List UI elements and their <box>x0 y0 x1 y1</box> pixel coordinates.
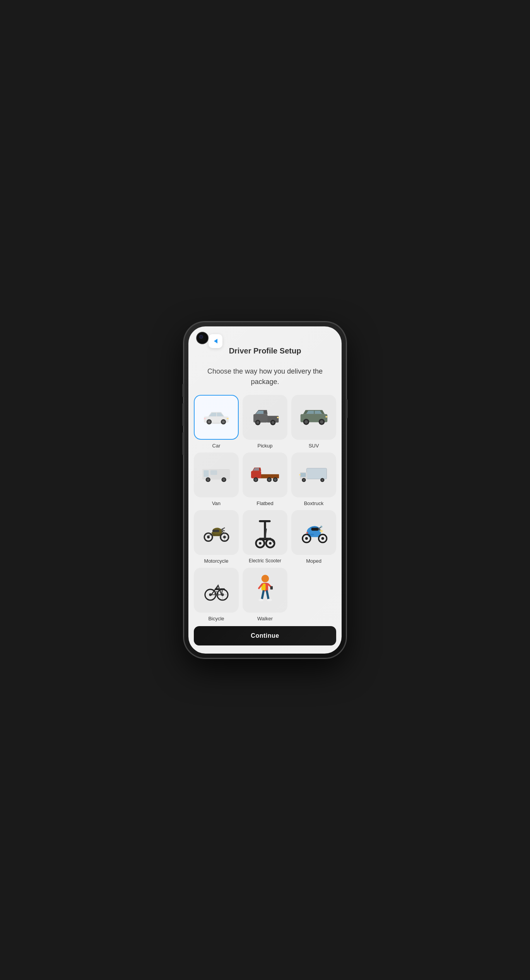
electric-scooter-icon <box>248 516 282 550</box>
van-icon <box>200 458 233 492</box>
svg-point-60 <box>259 542 262 545</box>
continue-button[interactable]: Continue <box>194 626 336 645</box>
bicycle-icon <box>200 574 233 607</box>
back-arrow-icon <box>214 339 217 343</box>
moped-icon <box>297 516 331 550</box>
svg-point-42 <box>303 479 304 481</box>
vehicle-label-boxtruck: Boxtruck <box>304 500 324 506</box>
svg-rect-47 <box>212 529 219 532</box>
vehicle-card-electric-scooter[interactable] <box>243 510 287 555</box>
vehicle-label-moped: Moped <box>306 558 321 564</box>
vehicle-label-walker: Walker <box>257 616 273 621</box>
svg-rect-24 <box>210 470 217 475</box>
vehicle-card-bicycle[interactable] <box>194 568 239 613</box>
svg-point-68 <box>320 529 323 532</box>
motorcycle-icon <box>200 516 233 550</box>
vehicle-card-motorcycle[interactable] <box>194 510 239 555</box>
svg-rect-40 <box>300 473 306 476</box>
svg-point-32 <box>254 478 257 481</box>
vehicle-grid-row1: Car <box>188 395 342 449</box>
svg-point-51 <box>207 536 210 538</box>
flatbed-icon <box>248 458 282 492</box>
vehicle-item-electric-scooter[interactable]: Electric Scooter <box>243 510 287 564</box>
vehicle-card-flatbed[interactable] <box>243 452 287 497</box>
svg-rect-8 <box>204 418 206 419</box>
content-scroll[interactable]: Driver Profile Setup Choose the way how … <box>188 326 342 654</box>
vehicle-item-bicycle[interactable]: Bicycle <box>194 568 239 621</box>
svg-point-26 <box>207 478 209 481</box>
phone-frame: Driver Profile Setup Choose the way how … <box>184 322 346 658</box>
vehicle-label-motorcycle: Motorcycle <box>204 558 229 564</box>
svg-point-85 <box>267 599 272 601</box>
svg-rect-15 <box>277 417 278 418</box>
svg-rect-55 <box>259 520 270 522</box>
svg-rect-37 <box>306 468 327 479</box>
vehicle-card-car[interactable] <box>194 395 239 440</box>
svg-point-58 <box>269 542 272 545</box>
phone-screen: Driver Profile Setup Choose the way how … <box>188 326 342 654</box>
vehicle-card-walker[interactable] <box>243 568 287 613</box>
power-button <box>346 399 348 418</box>
svg-point-14 <box>272 421 274 424</box>
svg-point-20 <box>320 420 323 423</box>
vehicle-label-bicycle: Bicycle <box>208 616 224 621</box>
svg-point-84 <box>258 599 263 601</box>
svg-point-44 <box>321 479 323 481</box>
header: Driver Profile Setup <box>188 326 342 359</box>
vehicle-card-van[interactable] <box>194 452 239 497</box>
vehicle-grid-row3: Motorcycle <box>188 510 342 564</box>
vehicle-grid-row4: Bicycle <box>188 568 342 621</box>
mute-button <box>182 384 184 397</box>
svg-rect-83 <box>270 586 273 589</box>
vehicle-card-pickup[interactable] <box>243 395 287 440</box>
svg-rect-70 <box>215 588 219 590</box>
vehicle-item-moped[interactable]: Moped <box>291 510 336 564</box>
svg-point-28 <box>222 478 225 481</box>
vehicle-label-van: Van <box>212 500 221 506</box>
vehicle-item-suv[interactable]: SUV <box>291 395 336 449</box>
vehicle-card-suv[interactable] <box>291 395 336 440</box>
svg-point-34 <box>268 478 270 481</box>
walker-icon <box>248 574 282 607</box>
svg-point-67 <box>305 537 308 540</box>
vehicle-label-car: Car <box>212 443 221 449</box>
svg-rect-61 <box>311 528 318 531</box>
svg-point-18 <box>304 420 308 423</box>
vehicle-item-walker[interactable]: Walker <box>243 568 287 621</box>
volume-down-button <box>182 432 184 455</box>
vehicle-item-car[interactable]: Car <box>194 395 239 449</box>
vehicle-item-van[interactable]: Van <box>194 452 239 506</box>
pickup-icon <box>248 401 282 434</box>
svg-rect-21 <box>325 416 327 417</box>
svg-rect-45 <box>299 474 300 475</box>
camera <box>197 333 208 343</box>
subtitle: Choose the way how you delivery the pack… <box>188 359 342 395</box>
boxtruck-icon <box>297 458 331 492</box>
svg-point-65 <box>321 537 324 540</box>
svg-point-4 <box>208 420 210 423</box>
vehicle-label-suv: SUV <box>309 443 319 449</box>
svg-rect-7 <box>227 418 229 419</box>
car-icon <box>200 401 233 434</box>
svg-point-69 <box>306 532 308 533</box>
suv-icon <box>297 401 331 434</box>
vehicle-item-motorcycle[interactable]: Motorcycle <box>194 510 239 564</box>
empty-grid-cell <box>291 568 336 621</box>
continue-area: Continue <box>188 621 342 652</box>
svg-point-80 <box>261 575 269 582</box>
vehicle-label-pickup: Pickup <box>257 443 272 449</box>
volume-up-button <box>182 403 184 426</box>
svg-point-6 <box>222 420 225 423</box>
svg-point-36 <box>274 478 277 481</box>
vehicle-item-flatbed[interactable]: Flatbed <box>243 452 287 506</box>
vehicle-grid-row2: Van <box>188 452 342 506</box>
vehicle-item-boxtruck[interactable]: Boxtruck <box>291 452 336 506</box>
back-button[interactable] <box>209 334 222 348</box>
vehicle-item-pickup[interactable]: Pickup <box>243 395 287 449</box>
vehicle-card-moped[interactable] <box>291 510 336 555</box>
svg-point-12 <box>256 421 259 424</box>
vehicle-card-boxtruck[interactable] <box>291 452 336 497</box>
svg-point-75 <box>209 593 212 596</box>
svg-rect-30 <box>251 471 261 478</box>
svg-rect-79 <box>215 594 219 596</box>
